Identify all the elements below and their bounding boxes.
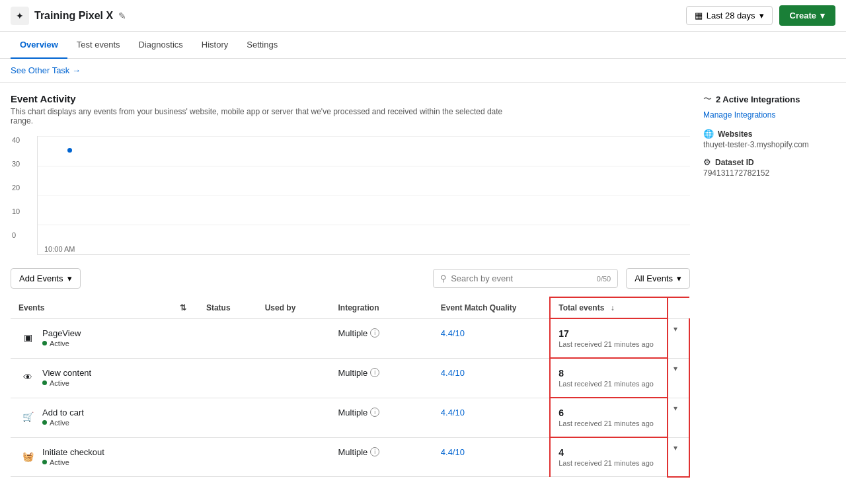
col-integration: Integration: [330, 297, 433, 318]
grid-line-40: [38, 136, 690, 137]
edit-icon[interactable]: ✎: [118, 11, 126, 21]
col-total[interactable]: Total events ↓: [550, 297, 667, 318]
col-usedby: Used by: [257, 297, 330, 318]
event-info: View content Active: [42, 368, 164, 387]
info-icon[interactable]: i: [370, 447, 379, 456]
y-label-40: 40: [12, 136, 20, 144]
see-other-task-link[interactable]: See Other Task →: [11, 65, 81, 75]
add-to-cart-icon: 🛒: [19, 408, 37, 426]
websites-label: Websites: [718, 129, 752, 139]
nav-tabs: Overview Test events Diagnostics History…: [0, 32, 846, 59]
y-label-30: 30: [12, 160, 20, 168]
tab-overview[interactable]: Overview: [11, 32, 67, 59]
dataset-value: 794131172782152: [703, 168, 835, 178]
sort-cell: [172, 358, 198, 398]
match-link[interactable]: 4.4/10: [441, 368, 465, 378]
x-label: 10:00 AM: [44, 245, 75, 253]
search-count: 0/50: [597, 275, 611, 283]
event-status: Active: [42, 419, 164, 427]
integration-inner: Multiple i: [330, 438, 433, 466]
total-sub: Last received 21 minutes ago: [558, 380, 658, 388]
status-text: Active: [50, 419, 69, 427]
dataset-label: Dataset ID: [715, 158, 754, 167]
match-cell: 4.4/10: [433, 398, 550, 437]
section-desc: This chart displays any events from your…: [11, 107, 526, 126]
expand-button[interactable]: ▾: [668, 359, 683, 378]
match-inner: 4.4/10: [433, 319, 549, 347]
total-cell-inner: 17 Last received 21 minutes ago: [551, 319, 666, 357]
add-events-label: Add Events: [19, 273, 63, 283]
total-count: 4: [558, 447, 658, 458]
globe-icon: 🌐: [703, 129, 714, 139]
sort-cell: [172, 318, 198, 358]
active-dot: [42, 380, 47, 385]
integration-text: Multiple i: [338, 447, 380, 457]
event-name: PageView: [42, 328, 164, 338]
total-count: 6: [558, 408, 658, 418]
dataset-header: ⚙ Dataset ID: [703, 157, 835, 167]
integration-cell: Multiple i: [330, 318, 433, 358]
col-status: Status: [198, 297, 257, 318]
dataset-row: ⚙ Dataset ID 794131172782152: [703, 157, 835, 178]
col-expand: [668, 297, 689, 318]
date-range-label: Last 28 days: [707, 11, 755, 20]
status-text: Active: [50, 340, 69, 347]
sort-cell: [172, 437, 198, 477]
table-row: 👁 View content Active: [11, 358, 689, 398]
integration-cell: Multiple i: [330, 437, 433, 477]
expand-button[interactable]: ▾: [668, 398, 683, 418]
info-icon[interactable]: i: [370, 408, 379, 417]
total-sub: Last received 21 minutes ago: [558, 340, 658, 348]
event-status: Active: [42, 458, 164, 466]
match-link[interactable]: 4.4/10: [441, 328, 465, 338]
y-label-0: 0: [12, 231, 20, 239]
tab-settings[interactable]: Settings: [237, 32, 287, 59]
status-text: Active: [50, 379, 69, 387]
create-button[interactable]: Create ▾: [779, 5, 835, 26]
integration-text: Multiple i: [338, 328, 380, 338]
integrations-count: 2 Active Integrations: [716, 94, 800, 104]
info-icon[interactable]: i: [370, 328, 379, 338]
chevron-down-icon: ▾: [759, 11, 764, 20]
match-inner: 4.4/10: [433, 438, 549, 466]
expand-button[interactable]: ▾: [668, 438, 683, 458]
tab-diagnostics[interactable]: Diagnostics: [130, 32, 192, 59]
total-cell: 8 Last received 21 minutes ago: [550, 358, 667, 398]
event-row-inner: ▣ PageView Active: [11, 319, 172, 357]
expand-button[interactable]: ▾: [668, 319, 683, 339]
event-status: Active: [42, 340, 164, 347]
y-label-20: 20: [12, 184, 20, 192]
match-cell: 4.4/10: [433, 358, 550, 398]
expand-cell: ▾: [668, 318, 689, 358]
total-cell-inner: 4 Last received 21 minutes ago: [551, 438, 666, 476]
integration-cell: Multiple i: [330, 398, 433, 437]
status-cell: [198, 398, 257, 437]
bottom-section: Add Events ▾ ⚲ 0/50 All Events ▾: [11, 268, 690, 478]
events-table: Events ⇅ Status Used by Integration Even…: [11, 297, 690, 478]
view-content-icon: 👁: [19, 368, 37, 386]
add-events-button[interactable]: Add Events ▾: [11, 268, 81, 289]
y-label-10: 10: [12, 207, 20, 215]
expand-cell: ▾: [668, 358, 689, 398]
search-input[interactable]: [451, 273, 593, 283]
tab-history[interactable]: History: [192, 32, 237, 59]
right-panel: 〜 2 Active Integrations Manage Integrati…: [703, 93, 835, 478]
header-left: ✦ Training Pixel X ✎: [11, 7, 126, 25]
event-chart: 10:00 AM: [37, 136, 690, 255]
event-name-cell: 🧺 Initiate checkout Active: [11, 437, 172, 477]
match-link[interactable]: 4.4/10: [441, 408, 465, 417]
total-cell-inner: 8 Last received 21 minutes ago: [551, 359, 666, 397]
all-events-filter[interactable]: All Events ▾: [626, 268, 690, 289]
manage-integrations-link[interactable]: Manage Integrations: [703, 110, 835, 120]
date-range-button[interactable]: ▦ Last 28 days ▾: [686, 6, 773, 25]
match-link[interactable]: 4.4/10: [441, 447, 465, 457]
col-sort[interactable]: ⇅: [172, 297, 198, 318]
grid-line-30: [38, 166, 690, 166]
tab-test-events[interactable]: Test events: [67, 32, 130, 59]
info-icon[interactable]: i: [370, 368, 379, 377]
active-dot: [42, 420, 47, 425]
total-sub: Last received 21 minutes ago: [558, 419, 658, 427]
integration-text: Multiple i: [338, 368, 380, 378]
grid-line-10: [38, 225, 690, 225]
grid-line-20: [38, 196, 690, 196]
